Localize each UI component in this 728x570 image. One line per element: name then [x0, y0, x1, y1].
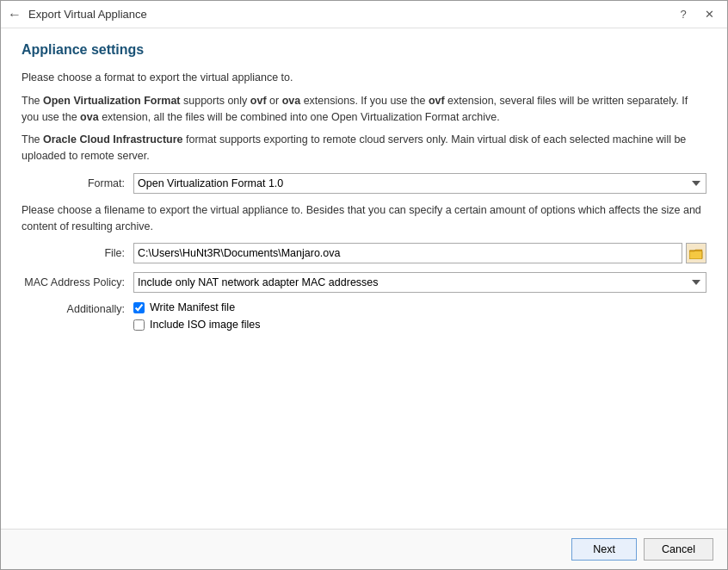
desc-line3: The Oracle Cloud Infrastructure format s…	[22, 132, 706, 164]
section-title: Appliance settings	[22, 42, 706, 58]
desc-ova-ext2: ova	[80, 111, 99, 123]
write-manifest-label: Write Manifest file	[150, 301, 235, 313]
file-label: File:	[22, 247, 133, 259]
desc-oci-bold: Oracle Cloud Infrastructure	[43, 133, 183, 146]
back-arrow-icon[interactable]: ←	[8, 8, 22, 22]
mac-policy-row: MAC Address Policy: Include only NAT net…	[22, 272, 706, 293]
desc-ovf-ext2: ovf	[429, 95, 445, 107]
desc-line2-pre: The	[22, 95, 43, 107]
file-row: File:	[22, 243, 706, 263]
format-select[interactable]: Open Virtualization Format 1.0 Open Virt…	[133, 173, 706, 194]
include-iso-label: Include ISO image files	[150, 319, 261, 331]
format-control: Open Virtualization Format 1.0 Open Virt…	[133, 173, 706, 194]
title-bar: ← Export Virtual Appliance ? ✕	[1, 1, 727, 28]
write-manifest-checkbox[interactable]	[133, 302, 145, 313]
additionally-row: Additionally: Write Manifest file Includ…	[22, 301, 706, 331]
title-bar-right: ? ✕	[672, 3, 720, 26]
mac-policy-control: Include only NAT network adapter MAC add…	[133, 272, 706, 293]
file-input[interactable]	[133, 243, 682, 263]
next-button[interactable]: Next	[571, 538, 637, 561]
desc-line1: Please choose a format to export the vir…	[22, 70, 706, 86]
cancel-button[interactable]: Cancel	[644, 538, 713, 561]
mac-policy-label: MAC Address Policy:	[22, 276, 133, 288]
svg-rect-0	[689, 251, 702, 259]
content-area: Appliance settings Please choose a forma…	[1, 28, 727, 529]
include-iso-row[interactable]: Include ISO image files	[133, 319, 261, 331]
additionally-label: Additionally:	[22, 301, 133, 315]
file-desc: Please choose a filename to export the v…	[22, 202, 706, 235]
footer: Next Cancel	[1, 529, 727, 569]
window: ← Export Virtual Appliance ? ✕ Appliance…	[0, 0, 728, 570]
help-button[interactable]: ?	[672, 3, 694, 26]
desc-ovf-bold: Open Virtualization Format	[43, 95, 181, 107]
desc-line2: The Open Virtualization Format supports …	[22, 93, 706, 126]
mac-policy-select[interactable]: Include only NAT network adapter MAC add…	[133, 272, 706, 293]
write-manifest-row[interactable]: Write Manifest file	[133, 301, 261, 313]
additionally-checkboxes: Write Manifest file Include ISO image fi…	[133, 301, 261, 331]
close-button[interactable]: ✕	[698, 3, 720, 26]
desc-ova-ext: ova	[282, 95, 301, 107]
desc-mid3: extensions. If you use the	[300, 95, 429, 107]
desc-mid2: or	[267, 95, 282, 107]
format-label: Format:	[22, 177, 133, 189]
desc-end2: extension, all the files will be combine…	[99, 111, 500, 123]
browse-button[interactable]	[686, 243, 706, 263]
file-control	[133, 243, 706, 263]
include-iso-checkbox[interactable]	[133, 319, 145, 331]
desc-line3-pre: The	[22, 133, 43, 146]
desc-ovf-ext: ovf	[250, 95, 267, 107]
title-bar-left: ← Export Virtual Appliance	[8, 8, 147, 22]
desc-mid1: supports only	[181, 95, 250, 107]
window-title: Export Virtual Appliance	[28, 8, 147, 21]
format-row: Format: Open Virtualization Format 1.0 O…	[22, 173, 706, 194]
